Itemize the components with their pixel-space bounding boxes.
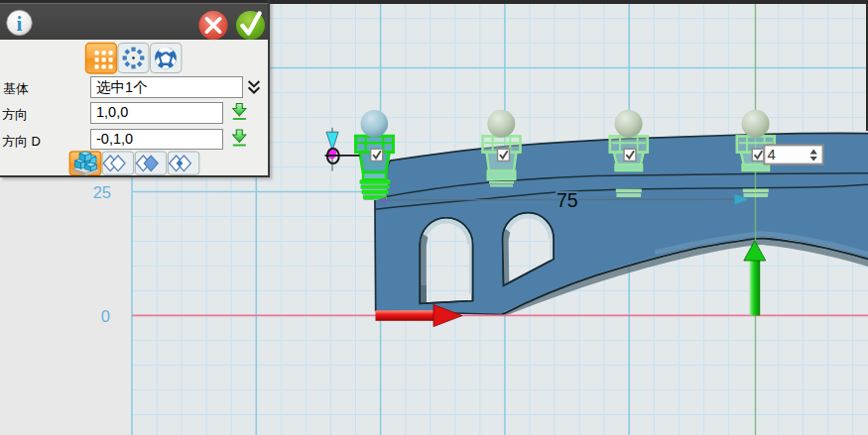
svg-text:i: i [17, 12, 23, 36]
svg-text:75: 75 [557, 189, 578, 211]
svg-text:4: 4 [768, 146, 776, 163]
svg-text:0: 0 [101, 307, 110, 325]
svg-text:25: 25 [93, 183, 111, 201]
